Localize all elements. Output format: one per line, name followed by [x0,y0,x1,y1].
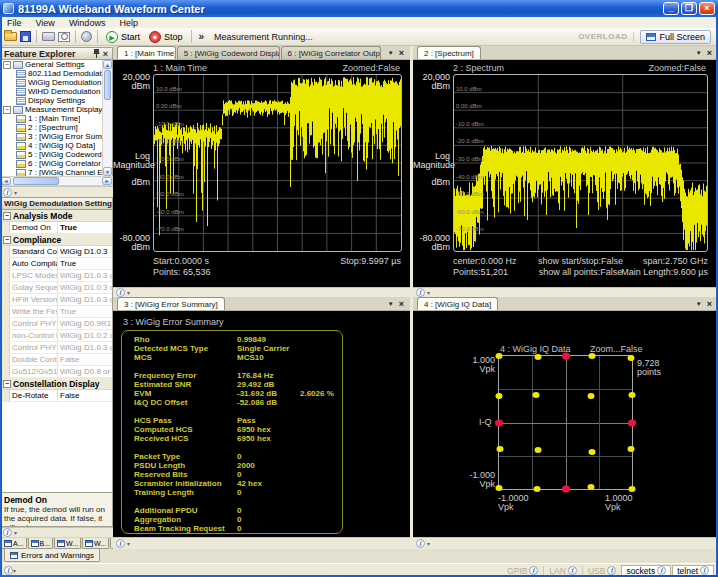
maximize-button[interactable]: ❐ [681,2,697,15]
dock-tab-0[interactable]: A... [1,538,27,549]
tree-horizontal-scrollbar[interactable]: ◄ ► [0,176,113,186]
setting-value[interactable]: WiGig D0.8 or later [58,366,112,377]
settings-row[interactable]: Golay SequencWiGig D1.0.3 or late [1,282,112,294]
main-time-plot[interactable]: 10.0 dBm0.00 dBm-10.0 dBm-20.0 dBm-30.0 … [153,74,402,252]
info-icon[interactable]: i [657,566,666,575]
close-panel-icon[interactable]: × [102,49,109,59]
scroll-right-icon[interactable]: ► [102,177,112,185]
menu-view[interactable]: View [29,18,62,28]
tree-vertical-scrollbar[interactable]: ▲ ▼ [102,60,112,176]
settings-row[interactable]: Write the First GTrue [1,306,112,318]
settings-row[interactable]: Gu512/Gv512 IWiGig D0.8 or later [1,366,112,378]
tab-list-dropdown-icon[interactable]: ▼ [388,50,394,56]
tree-item[interactable]: 5 : [WiGig Codeword Di [1,150,112,159]
tree-node[interactable]: −Measurement Displays [1,105,112,114]
settings-row[interactable]: non-Control PHWiGig D1.0.2 or late [1,330,112,342]
settings-section[interactable]: −Constellation Display [1,378,112,390]
info-icon[interactable]: i [607,566,616,575]
setting-value[interactable]: WiGig D1.0.2 or late [58,330,112,341]
tree-node[interactable]: −General Settings [1,60,112,69]
print-preview-icon[interactable] [58,32,70,42]
tree-item[interactable]: 802.11ad Demodulation [1,69,112,78]
pin-icon[interactable] [91,49,102,58]
settings-row[interactable]: HFilt VersionWiGig D1.0.3 or late [1,294,112,306]
close-tab-icon[interactable]: × [707,299,712,309]
print-icon[interactable] [42,32,55,41]
settings-row[interactable]: De-RotateFalse [1,390,112,402]
info-icon[interactable]: i [116,539,125,548]
scroll-up-icon[interactable]: ▲ [103,60,112,69]
connection-icon[interactable] [81,31,92,42]
menu-windows[interactable]: Windows [62,18,113,28]
tree-item[interactable]: 6 : [WiGig Correlator Ou [1,159,112,168]
close-tab-icon[interactable]: × [399,48,404,58]
settings-row[interactable]: Standard ComplWiGig D1.0.3 [1,246,112,258]
info-icon[interactable]: i [529,566,538,575]
tab-list-dropdown-icon[interactable]: ▼ [388,301,394,307]
settings-row[interactable]: LPSC ModesWiGig D1.0.3 or late [1,270,112,282]
close-tab-icon[interactable]: × [399,299,404,309]
setting-value[interactable]: WiGig D1.0.3 or late [58,342,112,353]
start-button[interactable]: ▶ Start [103,31,143,43]
tree-item[interactable]: 3 : [WiGig Error Summa [1,132,112,141]
menu-help[interactable]: Help [112,18,145,28]
errors-warnings-tab[interactable]: Errors and Warnings [4,549,100,562]
display-tab[interactable]: 4 : [WiGig IQ Data] [417,297,498,310]
menu-file[interactable]: File [0,18,29,28]
collapse-icon[interactable]: − [3,380,11,388]
full-screen-button[interactable]: Full Screen [640,30,711,44]
settings-row[interactable]: Control PHY HeWiGig D0.9R1 or lat [1,318,112,330]
info-icon[interactable]: i [568,566,577,575]
display-tab[interactable]: 2 : [Spectrum] [417,46,481,59]
setting-value[interactable]: WiGig D0.9R1 or lat [58,318,112,329]
info-icon[interactable]: i [4,566,13,575]
scroll-down-icon[interactable]: ▼ [103,167,112,176]
dock-tab-1[interactable]: B... [28,538,54,549]
tree-item[interactable]: Display Settings [1,96,112,105]
tab-list-dropdown-icon[interactable]: ▼ [696,50,702,56]
info-icon[interactable]: i [116,288,125,297]
spectrum-plot[interactable]: 10.0 dBm0.00 dBm-10.0 dBm-20.0 dBm-30.0 … [453,74,708,252]
minimize-button[interactable]: _ [663,2,679,15]
tree-item[interactable]: 4 : [WiGig IQ Data] [1,141,112,150]
info-icon[interactable]: i [3,528,12,537]
dock-tab-2[interactable]: W... [54,538,81,549]
tree-item[interactable]: WiHD Demodulation Se [1,87,112,96]
scroll-thumb[interactable] [13,177,59,185]
setting-value[interactable]: WiGig D1.0.3 or late [58,294,112,305]
tree-item[interactable]: 2 : [Spectrum] [1,123,112,132]
info-icon[interactable]: i [3,188,12,197]
expander-icon[interactable]: − [3,106,11,114]
info-icon[interactable]: i [416,539,425,548]
info-icon[interactable]: i [700,566,709,575]
tree-item[interactable]: 7 : [WiGig Channel Esti [1,168,112,176]
display-tab[interactable]: 5 : [WiGig Codeword Display] [177,46,280,59]
close-button[interactable]: × [699,2,715,15]
tab-list-dropdown-icon[interactable]: ▼ [696,301,702,307]
setting-value[interactable]: True [58,222,112,233]
dock-tab-3[interactable]: W... [82,538,109,549]
setting-value[interactable]: True [58,306,112,317]
save-icon[interactable] [20,31,31,42]
scroll-thumb[interactable] [104,70,111,100]
close-tab-icon[interactable]: × [707,48,712,58]
setting-value[interactable]: WiGig D1.0.3 or late [58,282,112,293]
settings-section[interactable]: −Compliance [1,234,112,246]
setting-value[interactable]: WiGig D1.0.3 or late [58,270,112,281]
stop-button[interactable]: ■ Stop [146,31,186,43]
toolbar-overflow-icon[interactable]: » [197,31,207,42]
expander-icon[interactable]: − [3,61,11,69]
scroll-left-icon[interactable]: ◄ [1,177,11,185]
settings-row[interactable]: Control PHY STWiGig D1.0.3 or late [1,342,112,354]
iq-plot[interactable] [498,355,633,490]
settings-row[interactable]: Auto CompliancTrue [1,258,112,270]
info-icon[interactable]: i [416,288,425,297]
settings-row[interactable]: Double Control IFalse [1,354,112,366]
display-tab[interactable]: 6 : [WiGig Correlator Output] [281,46,381,59]
tree-item[interactable]: WiGig Demodulation Se [1,78,112,87]
settings-row[interactable]: Demod OnTrue [1,222,112,234]
setting-value[interactable]: False [58,390,112,401]
settings-section[interactable]: −Analysis Mode [1,210,112,222]
tree-item[interactable]: 1 : [Main Time] [1,114,112,123]
setting-value[interactable]: False [58,354,112,365]
